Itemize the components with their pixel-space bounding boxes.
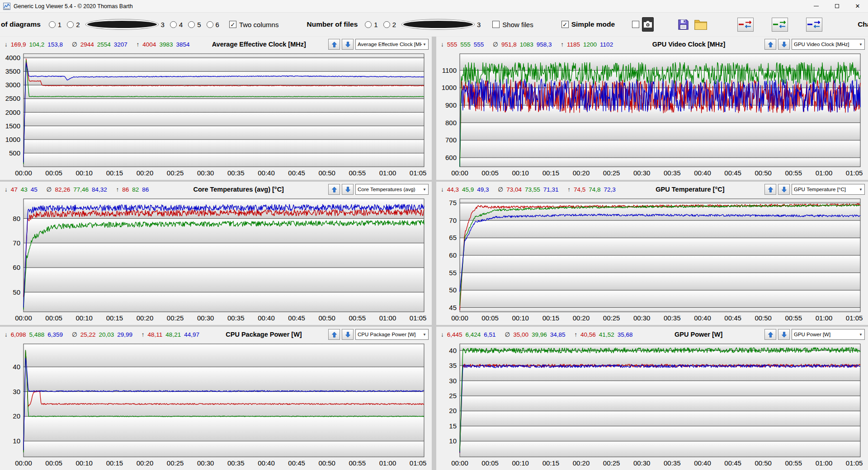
chart-panel-gpu-temperature: ↓44,345,949,3 ∅73,0473,5571,31 ↑74,574,8…: [436, 182, 868, 325]
svg-text:00:15: 00:15: [106, 459, 123, 467]
svg-text:00:55: 00:55: [785, 459, 802, 467]
svg-text:00:40: 00:40: [694, 459, 711, 467]
chart-panel-cpu-package-power: ↓6,0985,4886,359 ∅25,2220,0329,99 ↑48,11…: [0, 327, 432, 470]
down-arrow-icon: [781, 332, 787, 338]
screenshot-checkbox[interactable]: [632, 21, 639, 28]
svg-text:800: 800: [445, 119, 457, 127]
signal-select[interactable]: Core Temperatures (avg)▼: [355, 184, 429, 195]
radio-icon: [170, 21, 177, 28]
move-chart-up-button[interactable]: [328, 329, 340, 340]
chart-plot: 400035003000250020001500100050000:0000:0…: [1, 51, 429, 179]
down-arrow-icon: [781, 42, 787, 47]
move-chart-up-button[interactable]: [328, 39, 340, 50]
svg-text:00:35: 00:35: [664, 459, 681, 467]
swap-file3-blue-button[interactable]: [806, 18, 822, 32]
signal-select[interactable]: CPU Package Power [W]▼: [355, 329, 429, 340]
svg-text:1500: 1500: [5, 122, 20, 130]
move-chart-up-button[interactable]: [764, 39, 776, 50]
down-arrow-icon: [345, 42, 351, 47]
signal-select[interactable]: Average Effective Clock [MHz]▼: [355, 39, 429, 50]
move-chart-down-button[interactable]: [342, 184, 354, 195]
open-folder-button[interactable]: [694, 19, 708, 30]
svg-text:01:00: 01:00: [816, 314, 833, 322]
diagram-count-option-2[interactable]: 2: [67, 21, 80, 28]
folder-icon: [694, 19, 708, 30]
move-chart-up-button[interactable]: [764, 184, 776, 195]
svg-text:1100: 1100: [442, 66, 457, 74]
diagram-count-option-5[interactable]: 5: [188, 21, 201, 28]
chart-title: GPU Video Clock [MHz]: [613, 41, 764, 48]
two-columns-checkbox[interactable]: ✓Two columns: [229, 21, 279, 28]
min-symbol: ↓: [441, 186, 444, 193]
move-chart-down-button[interactable]: [778, 39, 790, 50]
chart-panel-core-temperatures: ↓474345 ∅82,2677,4684,32 ↑868286 Core Te…: [0, 182, 432, 325]
checkbox-icon: [632, 21, 639, 28]
down-arrow-icon: [781, 187, 787, 193]
chart-plot: 4035302520151000:0000:0500:1000:1500:200…: [437, 341, 866, 469]
svg-text:01:00: 01:00: [379, 459, 396, 467]
diagram-count-option-3[interactable]: 3: [85, 19, 165, 30]
close-icon: ✕: [855, 3, 860, 9]
close-button[interactable]: ✕: [847, 0, 868, 12]
svg-text:20: 20: [13, 412, 20, 420]
svg-text:00:40: 00:40: [694, 169, 711, 177]
swap-file2-green-button[interactable]: [772, 18, 788, 32]
svg-text:00:30: 00:30: [633, 459, 651, 467]
save-button[interactable]: [677, 19, 689, 31]
move-chart-up-button[interactable]: [328, 184, 340, 195]
signal-select[interactable]: GPU Power [W]▼: [792, 329, 865, 340]
svg-text:00:40: 00:40: [258, 169, 275, 177]
simple-mode-checkbox[interactable]: ✓Simple mode: [561, 20, 615, 28]
svg-text:00:35: 00:35: [664, 169, 681, 177]
svg-text:00:30: 00:30: [197, 314, 214, 322]
move-chart-up-button[interactable]: [764, 329, 776, 340]
file-count-option-1[interactable]: 1: [365, 21, 377, 28]
chart-title: CPU Package Power [W]: [199, 331, 328, 338]
avg-symbol: ∅: [498, 186, 503, 193]
move-chart-down-button[interactable]: [342, 39, 354, 50]
signal-select[interactable]: GPU Video Clock [MHz]▼: [792, 39, 865, 50]
chart-title: Average Effective Clock [MHz]: [189, 41, 328, 48]
svg-text:00:30: 00:30: [633, 169, 651, 177]
diagram-count-option-6[interactable]: 6: [207, 21, 219, 28]
minimize-icon: [814, 6, 819, 6]
up-arrow-icon: [331, 42, 337, 47]
svg-text:00:00: 00:00: [451, 314, 468, 322]
move-chart-down-button[interactable]: [342, 329, 354, 340]
max-symbol: ↑: [116, 186, 119, 193]
svg-text:900: 900: [445, 101, 457, 109]
svg-text:00:10: 00:10: [512, 459, 529, 467]
move-chart-down-button[interactable]: [778, 184, 790, 195]
svg-text:00:30: 00:30: [633, 314, 651, 322]
signal-select[interactable]: GPU Temperature [°C]▼: [792, 184, 865, 195]
restore-button[interactable]: [826, 0, 847, 12]
chart-panel-gpu-power: ↓6,4456,4246,51 ∅35,0039,9634,85 ↑40,564…: [436, 327, 868, 470]
file-count-option-2[interactable]: 2: [383, 21, 396, 28]
screenshot-button[interactable]: [642, 17, 654, 32]
swap-file1-red-button[interactable]: [737, 18, 754, 32]
up-arrow-icon: [331, 332, 337, 338]
toolbar: of diagrams 1 2 3 4 5 6 ✓Two columns Num…: [0, 13, 868, 36]
file-count-option-3[interactable]: 3: [401, 19, 481, 30]
svg-text:50: 50: [13, 288, 20, 296]
max-symbol: ↑: [142, 331, 145, 338]
move-chart-down-button[interactable]: [778, 329, 790, 340]
svg-text:00:20: 00:20: [137, 459, 154, 467]
show-files-checkbox[interactable]: Show files: [492, 21, 533, 28]
svg-text:55: 55: [449, 269, 457, 277]
chart-stats: ↓169,9104,2153,8 ∅294425543207 ↑40043983…: [2, 41, 189, 48]
svg-text:00:25: 00:25: [603, 169, 620, 177]
diagram-count-option-1[interactable]: 1: [49, 21, 61, 28]
svg-text:15: 15: [449, 422, 457, 430]
chevron-down-icon: ▼: [858, 188, 863, 192]
radio-icon: [49, 21, 56, 28]
svg-text:10: 10: [449, 437, 457, 445]
chart-plot: 1100100090080070060000:0000:0500:1000:15…: [437, 51, 866, 179]
svg-text:01:00: 01:00: [379, 169, 396, 177]
up-arrow-icon: [331, 187, 337, 193]
svg-text:40: 40: [449, 347, 457, 354]
diagram-count-option-4[interactable]: 4: [170, 21, 183, 28]
minimize-button[interactable]: [806, 0, 826, 12]
chevron-down-icon: ▼: [422, 333, 427, 337]
svg-text:1000: 1000: [442, 84, 457, 91]
